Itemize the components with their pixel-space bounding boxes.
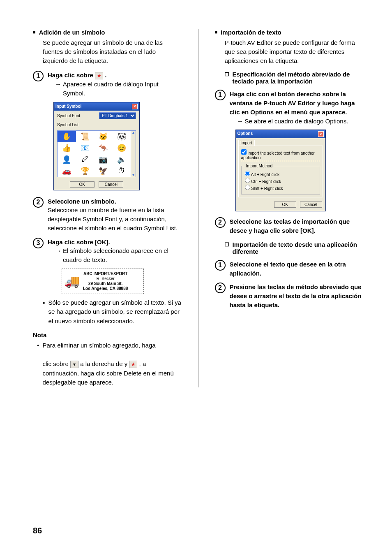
step-3-title: Haga clic sobre [OK]. bbox=[48, 238, 182, 247]
r-step-3-badge: 1 bbox=[215, 260, 226, 271]
step-1: 1 Haga clic sobre ★ . → Aparece el cuadr… bbox=[33, 71, 182, 97]
symbol-cell[interactable]: 🚗 bbox=[58, 165, 76, 177]
r-step-2-badge: 2 bbox=[215, 217, 226, 228]
label-line4: Los Angeles, CA 88888 bbox=[83, 286, 128, 291]
cancel-button[interactable]: Cancel bbox=[300, 202, 322, 208]
symbol-cell[interactable]: ✋ bbox=[58, 131, 76, 142]
heading-add-symbol: Adición de un símbolo bbox=[33, 29, 182, 36]
symbol-cell[interactable]: 🐱 bbox=[94, 131, 113, 142]
opt-ctrl[interactable]: Ctrl + Right-click bbox=[245, 178, 316, 184]
close-icon[interactable]: × bbox=[318, 131, 324, 137]
symbol-list-label: Symbol List bbox=[57, 123, 78, 127]
nota-text-b-mid: a la derecha de y bbox=[80, 360, 129, 367]
step-1-text-a: Haga clic sobre bbox=[48, 72, 95, 79]
r-step-1-result: Se abre el cuadro de diálogo Options. bbox=[245, 117, 348, 126]
symbol-cell[interactable]: 🦘 bbox=[94, 142, 113, 154]
subhead-from-app-text: Importación de texto desde una aplicació… bbox=[233, 241, 364, 255]
symbol-cell[interactable]: 🖊 bbox=[76, 154, 95, 165]
subhead-from-app: Importación de texto desde una aplicació… bbox=[225, 241, 364, 255]
opt-alt[interactable]: Alt + Right-click bbox=[245, 171, 316, 177]
symbol-cell[interactable]: 🏆 bbox=[76, 165, 95, 177]
r-step-4: 2 Presione las teclas de método abreviad… bbox=[215, 283, 364, 309]
left-column: Adición de un símbolo Se puede agregar u… bbox=[33, 29, 182, 387]
import-tab[interactable]: Import bbox=[238, 140, 255, 146]
step-1-result: Aparece el cuadro de diálogo Input Symbo… bbox=[63, 80, 182, 98]
symbol-cell[interactable]: 😊 bbox=[113, 142, 131, 154]
star-icon[interactable]: ★ bbox=[129, 361, 137, 368]
arrow-icon: → bbox=[55, 246, 61, 264]
input-symbol-dialog: Input Symbol × Symbol Font PT Dingbats 1… bbox=[53, 102, 140, 190]
subhead-shortcut: Especificación del método abreviado de t… bbox=[225, 71, 364, 85]
ok-button[interactable]: OK bbox=[70, 181, 95, 188]
step-1-text-b: . bbox=[105, 72, 106, 79]
import-checkbox-input[interactable] bbox=[241, 149, 247, 155]
symbol-cell[interactable]: 📷 bbox=[94, 154, 113, 165]
symbol-grid[interactable]: ✋ 📜 🐱 🐼 ▲▼ 👍 📧 🦘 😊 👤 🖊 📷 🔈 🚗 🏆 🦅 ⏱ bbox=[57, 130, 136, 177]
ok-button[interactable]: OK bbox=[274, 202, 296, 208]
page-number: 86 bbox=[33, 526, 42, 535]
nota-text-a: Para eliminar un símbolo agregado, haga bbox=[42, 342, 155, 349]
r-step-3: 1 Seleccione el texto que desee en la ot… bbox=[215, 260, 364, 278]
r-step-1: 1 Haga clic con el botón derecho sobre l… bbox=[215, 90, 364, 125]
symbol-font-select[interactable]: PT Dingbats 1 bbox=[99, 112, 136, 119]
nota-text-b-pre: clic sobre bbox=[42, 360, 70, 367]
single-symbol-note-text: Sólo se puede agregar un símbolo al text… bbox=[48, 298, 182, 326]
symbol-cell[interactable]: 👤 bbox=[58, 154, 76, 165]
step-2-text: Seleccione un nombre de fuente en la lis… bbox=[48, 206, 182, 232]
step-3-badge: 3 bbox=[33, 238, 44, 248]
symbol-cell[interactable]: 📜 bbox=[76, 131, 95, 142]
opt-shift[interactable]: Shift + Right-click bbox=[245, 185, 316, 191]
r-step-1-badge: 1 bbox=[215, 90, 226, 100]
step-3-result: El símbolo seleccionado aparece en el cu… bbox=[63, 246, 182, 264]
import-method-legend: Import Method bbox=[245, 164, 274, 168]
label-line3: 29 South Main St. bbox=[83, 281, 128, 286]
label-preview: 🚚 ABC IMPORT/EXPORT R. Becker 29 South M… bbox=[62, 269, 144, 294]
nota-heading: Nota bbox=[33, 331, 182, 338]
arrow-icon: → bbox=[237, 117, 243, 126]
symbol-cell[interactable]: 🐼 bbox=[113, 131, 131, 142]
cancel-button[interactable]: Cancel bbox=[99, 181, 123, 188]
r-step-4-text: Presione las teclas de método abreviado … bbox=[230, 283, 364, 309]
step-3: 3 Haga clic sobre [OK]. → El símbolo sel… bbox=[33, 238, 182, 264]
import-checkbox[interactable]: Import the selected text from another ap… bbox=[241, 149, 320, 161]
close-icon[interactable]: × bbox=[132, 104, 138, 109]
step-2-title: Seleccione un símbolo. bbox=[48, 197, 182, 206]
label-line1: ABC IMPORT/EXPORT bbox=[83, 271, 128, 276]
import-method-group: Import Method Alt + Right-click Ctrl + R… bbox=[241, 164, 320, 195]
options-title: Options bbox=[238, 131, 253, 137]
dropdown-icon[interactable]: ▾ bbox=[70, 361, 78, 368]
scrollbar[interactable]: ▲▼ bbox=[131, 131, 136, 177]
symbol-cell[interactable]: 📧 bbox=[76, 142, 95, 154]
r-step-2: 2 Seleccione las teclas de importación q… bbox=[215, 217, 364, 235]
add-symbol-intro: Se puede agregar un símbolo de una de la… bbox=[43, 38, 182, 65]
symbol-font-label: Symbol Font bbox=[57, 114, 80, 118]
r-step-3-text: Seleccione el texto que desee en la otra… bbox=[230, 260, 364, 278]
import-checkbox-label: Import the selected text from another ap… bbox=[241, 151, 315, 160]
truck-icon: 🚚 bbox=[65, 274, 80, 288]
symbol-cell[interactable]: 🦅 bbox=[94, 165, 113, 177]
column-divider bbox=[198, 29, 198, 387]
symbol-cell[interactable]: ⏱ bbox=[113, 165, 131, 177]
import-intro: P-touch AV Editor se puede configurar de… bbox=[225, 38, 364, 65]
r-step-1-text: Haga clic con el botón derecho sobre la … bbox=[230, 90, 364, 116]
arrow-icon: → bbox=[55, 80, 61, 98]
step-2-badge: 2 bbox=[33, 197, 44, 208]
options-dialog: Options × Import Import the selected tex… bbox=[235, 130, 326, 211]
right-column: Importación de texto P-touch AV Editor s… bbox=[215, 29, 364, 387]
step-2: 2 Seleccione un símbolo. Seleccione un n… bbox=[33, 197, 182, 233]
nota-body: Para eliminar un símbolo agregado, haga … bbox=[37, 341, 182, 387]
label-line2: R. Becker bbox=[83, 276, 128, 281]
r-step-4-badge: 2 bbox=[215, 283, 226, 293]
symbol-cell[interactable]: 👍 bbox=[58, 142, 76, 154]
heading-import-text-label: Importación de texto bbox=[221, 29, 281, 36]
step-1-badge: 1 bbox=[33, 71, 44, 81]
heading-import-text: Importación de texto bbox=[215, 29, 364, 36]
single-symbol-note: Sólo se puede agregar un símbolo al text… bbox=[43, 298, 182, 326]
symbol-cell[interactable]: 🔈 bbox=[113, 154, 131, 165]
dialog-title: Input Symbol bbox=[55, 104, 81, 109]
subhead-shortcut-text: Especificación del método abreviado de t… bbox=[233, 71, 364, 85]
star-icon[interactable]: ★ bbox=[95, 72, 103, 79]
r-step-2-text: Seleccione las teclas de importación que… bbox=[230, 217, 364, 235]
heading-add-symbol-text: Adición de un símbolo bbox=[39, 29, 105, 36]
